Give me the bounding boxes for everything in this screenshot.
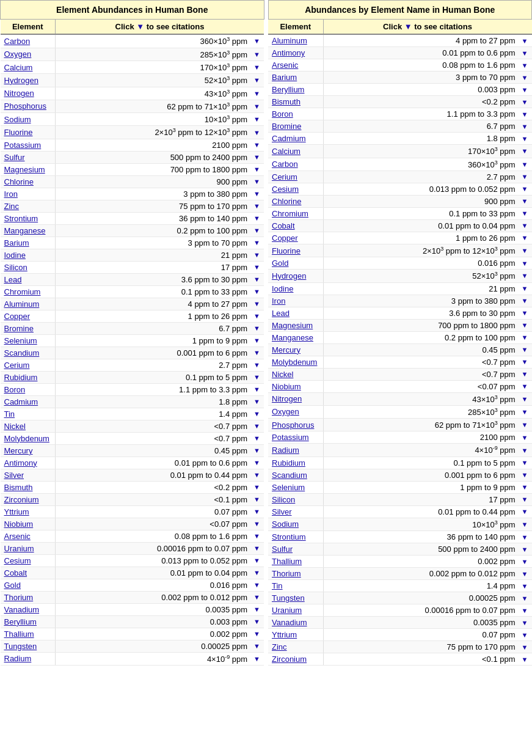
element-link[interactable]: Antimony bbox=[4, 458, 37, 468]
arrow-cell[interactable]: ▼ bbox=[518, 120, 532, 133]
arrow-cell[interactable]: ▼ bbox=[250, 359, 264, 371]
arrow-cell[interactable]: ▼ bbox=[250, 530, 264, 542]
element-link[interactable]: Thorium bbox=[272, 569, 301, 578]
element-link[interactable]: Gold bbox=[4, 581, 21, 590]
element-link[interactable]: Cobalt bbox=[4, 568, 27, 578]
element-link[interactable]: Cadmium bbox=[272, 134, 306, 143]
arrow-cell[interactable]: ▼ bbox=[250, 48, 264, 61]
arrow-cell[interactable]: ▼ bbox=[518, 145, 532, 158]
element-link[interactable]: Niobium bbox=[272, 382, 301, 391]
arrow-cell[interactable]: ▼ bbox=[250, 139, 264, 151]
element-link[interactable]: Bismuth bbox=[272, 97, 301, 106]
element-link[interactable]: Iron bbox=[4, 189, 18, 199]
element-link[interactable]: Uranium bbox=[4, 544, 34, 553]
arrow-cell[interactable]: ▼ bbox=[250, 151, 264, 163]
arrow-cell[interactable]: ▼ bbox=[250, 481, 264, 493]
element-link[interactable]: Phosphorus bbox=[272, 420, 314, 430]
arrow-cell[interactable]: ▼ bbox=[518, 133, 532, 145]
element-link[interactable]: Niobium bbox=[4, 519, 34, 529]
arrow-cell[interactable]: ▼ bbox=[518, 244, 532, 257]
right-click-arrow[interactable]: ▼ bbox=[404, 22, 412, 31]
element-link[interactable]: Potassium bbox=[272, 433, 309, 442]
element-link[interactable]: Copper bbox=[272, 233, 298, 243]
arrow-cell[interactable]: ▼ bbox=[250, 34, 264, 48]
element-link[interactable]: Zinc bbox=[272, 642, 287, 651]
element-link[interactable]: Uranium bbox=[272, 606, 302, 615]
arrow-cell[interactable]: ▼ bbox=[518, 629, 532, 641]
element-link[interactable]: Iodine bbox=[4, 251, 26, 260]
element-link[interactable]: Zirconium bbox=[272, 655, 307, 664]
element-link[interactable]: Arsenic bbox=[272, 61, 298, 70]
element-link[interactable]: Nickel bbox=[272, 370, 293, 379]
arrow-cell[interactable]: ▼ bbox=[250, 628, 264, 640]
arrow-cell[interactable]: ▼ bbox=[250, 469, 264, 481]
arrow-cell[interactable]: ▼ bbox=[518, 96, 532, 108]
arrow-cell[interactable]: ▼ bbox=[250, 261, 264, 273]
element-link[interactable]: Bromine bbox=[4, 324, 34, 333]
arrow-cell[interactable]: ▼ bbox=[250, 420, 264, 432]
arrow-cell[interactable]: ▼ bbox=[250, 200, 264, 212]
arrow-cell[interactable]: ▼ bbox=[250, 237, 264, 249]
element-link[interactable]: Oxygen bbox=[272, 407, 299, 416]
arrow-cell[interactable]: ▼ bbox=[518, 158, 532, 171]
arrow-cell[interactable]: ▼ bbox=[250, 285, 264, 298]
element-link[interactable]: Silicon bbox=[4, 263, 27, 272]
arrow-cell[interactable]: ▼ bbox=[518, 232, 532, 244]
arrow-cell[interactable]: ▼ bbox=[518, 257, 532, 270]
arrow-cell[interactable]: ▼ bbox=[518, 444, 532, 457]
element-link[interactable]: Beryllium bbox=[272, 85, 304, 94]
arrow-cell[interactable]: ▼ bbox=[518, 343, 532, 356]
element-link[interactable]: Manganese bbox=[272, 333, 313, 342]
arrow-cell[interactable]: ▼ bbox=[518, 207, 532, 219]
element-link[interactable]: Sodium bbox=[4, 115, 31, 124]
arrow-cell[interactable]: ▼ bbox=[518, 270, 532, 282]
element-link[interactable]: Aluminum bbox=[4, 299, 40, 309]
arrow-cell[interactable]: ▼ bbox=[250, 163, 264, 175]
arrow-cell[interactable]: ▼ bbox=[518, 604, 532, 617]
element-link[interactable]: Strontium bbox=[272, 532, 306, 541]
element-link[interactable]: Antimony bbox=[272, 48, 305, 57]
arrow-cell[interactable]: ▼ bbox=[518, 72, 532, 84]
arrow-cell[interactable]: ▼ bbox=[250, 310, 264, 322]
element-link[interactable]: Zinc bbox=[4, 202, 20, 211]
arrow-cell[interactable]: ▼ bbox=[250, 493, 264, 505]
element-link[interactable]: Yttrium bbox=[272, 630, 297, 639]
element-link[interactable]: Thallium bbox=[4, 629, 34, 639]
element-link[interactable]: Bismuth bbox=[4, 483, 33, 492]
element-link[interactable]: Thallium bbox=[272, 557, 302, 566]
element-link[interactable]: Iron bbox=[272, 296, 285, 306]
element-link[interactable]: Rubidium bbox=[4, 373, 38, 382]
element-link[interactable]: Hydrogen bbox=[272, 271, 306, 281]
arrow-cell[interactable]: ▼ bbox=[518, 653, 532, 666]
arrow-cell[interactable]: ▼ bbox=[518, 368, 532, 380]
element-link[interactable]: Arsenic bbox=[4, 532, 31, 541]
arrow-cell[interactable]: ▼ bbox=[518, 518, 532, 530]
arrow-cell[interactable]: ▼ bbox=[250, 224, 264, 237]
element-link[interactable]: Thorium bbox=[4, 593, 34, 602]
arrow-cell[interactable]: ▼ bbox=[250, 615, 264, 628]
arrow-cell[interactable]: ▼ bbox=[250, 273, 264, 285]
arrow-cell[interactable]: ▼ bbox=[518, 282, 532, 295]
arrow-cell[interactable]: ▼ bbox=[518, 219, 532, 232]
arrow-cell[interactable]: ▼ bbox=[518, 183, 532, 195]
element-link[interactable]: Fluorine bbox=[4, 128, 33, 137]
arrow-cell[interactable]: ▼ bbox=[250, 188, 264, 200]
element-link[interactable]: Vanadium bbox=[272, 618, 307, 627]
element-link[interactable]: Cerium bbox=[272, 172, 297, 182]
arrow-cell[interactable]: ▼ bbox=[250, 579, 264, 591]
element-link[interactable]: Rubidium bbox=[272, 458, 305, 468]
element-link[interactable]: Magnesium bbox=[4, 165, 45, 174]
arrow-cell[interactable]: ▼ bbox=[250, 603, 264, 615]
element-link[interactable]: Cesium bbox=[4, 556, 31, 565]
arrow-cell[interactable]: ▼ bbox=[518, 556, 532, 568]
arrow-cell[interactable]: ▼ bbox=[518, 34, 532, 47]
arrow-cell[interactable]: ▼ bbox=[250, 395, 264, 408]
arrow-cell[interactable]: ▼ bbox=[250, 554, 264, 567]
element-link[interactable]: Mercury bbox=[272, 345, 301, 354]
arrow-cell[interactable]: ▼ bbox=[518, 469, 532, 481]
arrow-cell[interactable]: ▼ bbox=[518, 641, 532, 653]
element-link[interactable]: Potassium bbox=[4, 141, 42, 150]
element-link[interactable]: Yttrium bbox=[4, 507, 29, 516]
arrow-cell[interactable]: ▼ bbox=[250, 567, 264, 579]
arrow-cell[interactable]: ▼ bbox=[250, 100, 264, 112]
